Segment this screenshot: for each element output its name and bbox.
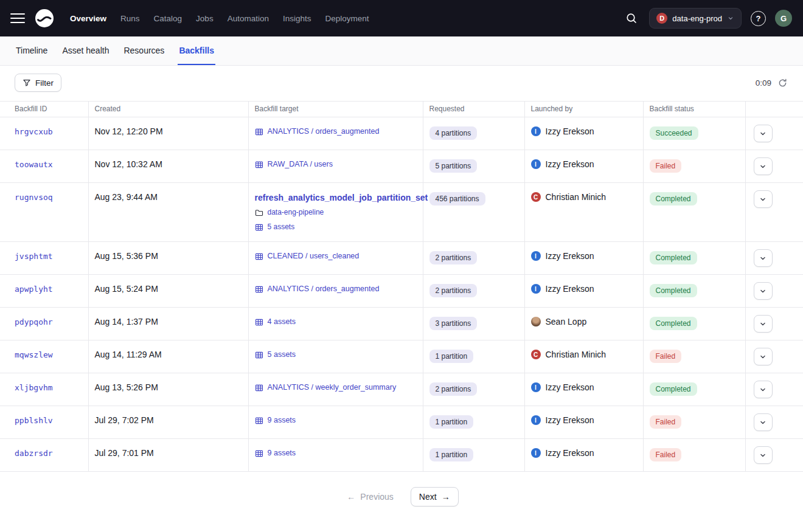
row-actions-menu-button[interactable] — [754, 381, 773, 398]
nav-item-insights[interactable]: Insights — [277, 10, 317, 27]
launched-by-cell: IIzzy Erekson — [524, 117, 643, 150]
backfill-row-toowautx: toowautxNov 12, 10:32 AMRAW_DATA / users… — [0, 150, 803, 183]
backfill-target-job-link[interactable]: refresh_analytics_model_job_partition_se… — [255, 192, 417, 203]
created-cell: Aug 15, 5:24 PM — [88, 275, 248, 308]
deployment-switcher[interactable]: D data-eng-prod — [649, 8, 742, 29]
backfill-id-cell: dabzrsdr — [0, 439, 88, 472]
row-actions-menu-button[interactable] — [754, 125, 773, 142]
previous-page-button[interactable]: ← Previous — [344, 488, 395, 505]
target-line: 9 assets — [255, 448, 417, 458]
requested-cell: 3 partitions — [423, 308, 524, 340]
row-actions-menu-button[interactable] — [754, 282, 773, 300]
tab-backfills[interactable]: Backfills — [178, 36, 215, 65]
user-avatar: I — [531, 159, 541, 169]
backfill-id-link[interactable]: pdypqohr — [15, 317, 53, 326]
backfill-target-cell: 9 assets — [248, 406, 423, 439]
requested-partitions-badge: 2 partitions — [429, 284, 478, 297]
backfill-target-link[interactable]: 5 assets — [268, 222, 295, 232]
nav-item-deployment[interactable]: Deployment — [319, 10, 374, 27]
table-icon — [255, 223, 263, 232]
backfill-target-link[interactable]: 5 assets — [268, 350, 296, 360]
pagination: ← Previous Next → — [0, 472, 803, 532]
backfill-target-link[interactable]: ANALYTICS / weekly_order_summary — [268, 382, 397, 393]
column-header-created: Created — [88, 102, 248, 117]
backfill-id-link[interactable]: rugnvsoq — [15, 193, 53, 202]
row-actions-menu-button[interactable] — [754, 348, 773, 365]
backfill-row-rugnvsoq: rugnvsoqAug 23, 9:44 AMrefresh_analytics… — [0, 183, 803, 242]
backfill-id-link[interactable]: ppblshlv — [15, 416, 53, 425]
nav-item-jobs[interactable]: Jobs — [190, 10, 219, 27]
backfill-status-badge: Failed — [650, 350, 682, 363]
user-avatar — [531, 317, 541, 326]
backfill-id-link[interactable]: dabzrsdr — [15, 449, 53, 458]
launched-by-cell: IIzzy Erekson — [524, 150, 643, 183]
backfill-row-dabzrsdr: dabzrsdrJul 29, 7:01 PM9 assets1 partiti… — [0, 439, 803, 472]
table-icon — [255, 416, 263, 425]
row-actions-menu-button[interactable] — [754, 190, 773, 208]
launched-by: IIzzy Erekson — [531, 159, 637, 169]
launched-by: CChristian Minich — [531, 192, 637, 202]
backfill-id-link[interactable]: hrgvcxub — [15, 127, 53, 136]
backfill-target-link[interactable]: data-eng-pipeline — [268, 207, 324, 218]
user-avatar-button[interactable]: G — [775, 10, 792, 27]
backfill-id-cell: jvsphtmt — [0, 242, 88, 275]
nav-item-overview[interactable]: Overview — [64, 10, 112, 27]
backfill-target-link[interactable]: RAW_DATA / users — [268, 159, 333, 170]
menu-icon[interactable] — [10, 12, 26, 24]
question-glyph: ? — [756, 14, 761, 23]
backfill-id-link[interactable]: xljbgvhm — [15, 383, 53, 392]
nav-item-catalog[interactable]: Catalog — [148, 10, 188, 27]
backfill-id-cell: rugnvsoq — [0, 183, 88, 242]
requested-cell: 1 partition — [423, 406, 524, 439]
backfill-row-jvsphtmt: jvsphtmtAug 15, 5:36 PMCLEANED / users_c… — [0, 242, 803, 275]
next-page-button[interactable]: Next → — [411, 487, 459, 506]
tab-asset-health[interactable]: Asset health — [61, 36, 110, 65]
nav-item-runs[interactable]: Runs — [115, 10, 145, 27]
row-actions-cell — [745, 439, 803, 472]
row-actions-menu-button[interactable] — [754, 315, 773, 333]
user-name: Izzy Erekson — [546, 382, 594, 392]
backfill-target-link[interactable]: 9 assets — [268, 448, 296, 458]
user-name: Christian Minich — [546, 192, 607, 202]
backfill-target-link[interactable]: CLEANED / users_cleaned — [268, 251, 360, 261]
tab-timeline[interactable]: Timeline — [15, 36, 49, 65]
nav-item-automation[interactable]: Automation — [222, 10, 274, 27]
search-icon[interactable] — [623, 10, 640, 27]
backfill-status-cell: Completed — [643, 308, 745, 340]
backfill-target-cell: ANALYTICS / orders_augmented — [248, 275, 423, 308]
column-header-launched-by: Launched by — [524, 102, 643, 117]
backfill-id-link[interactable]: mqwszlew — [15, 350, 53, 359]
backfill-status-cell: Completed — [643, 183, 745, 242]
help-icon[interactable]: ? — [751, 11, 766, 26]
backfill-id-link[interactable]: toowautx — [15, 160, 53, 169]
backfill-target-link[interactable]: ANALYTICS / orders_augmented — [268, 126, 380, 137]
backfill-row-ppblshlv: ppblshlvJul 29, 7:02 PM9 assets1 partiti… — [0, 406, 803, 439]
user-avatar: I — [531, 415, 541, 425]
row-actions-menu-button[interactable] — [754, 446, 773, 464]
table-icon — [255, 252, 263, 261]
refresh-icon[interactable] — [777, 77, 788, 89]
backfill-status-badge: Completed — [650, 284, 697, 297]
chevron-down-icon — [727, 15, 734, 22]
backfill-id-link[interactable]: jvsphtmt — [15, 252, 53, 261]
backfill-id-cell: ppblshlv — [0, 406, 88, 439]
row-actions-menu-button[interactable] — [754, 413, 773, 431]
requested-cell: 2 partitions — [423, 373, 524, 406]
backfill-target-link[interactable]: ANALYTICS / orders_augmented — [268, 284, 380, 294]
row-actions-cell — [745, 275, 803, 308]
backfill-status-cell: Completed — [643, 373, 745, 406]
filter-label: Filter — [35, 78, 54, 88]
backfill-row-xljbgvhm: xljbgvhmAug 13, 5:26 PMANALYTICS / weekl… — [0, 373, 803, 406]
tab-resources[interactable]: Resources — [122, 36, 165, 65]
row-actions-menu-button[interactable] — [754, 249, 773, 267]
row-actions-menu-button[interactable] — [754, 157, 773, 175]
row-actions-cell — [745, 340, 803, 373]
created-cell: Aug 14, 1:37 PM — [88, 308, 248, 340]
backfill-id-link[interactable]: apwplyht — [15, 285, 53, 294]
requested-cell: 2 partitions — [423, 275, 524, 308]
backfill-target-link[interactable]: 4 assets — [268, 317, 296, 327]
filter-button[interactable]: Filter — [15, 74, 61, 92]
launched-by-cell: IIzzy Erekson — [524, 373, 643, 406]
backfill-target-link[interactable]: 9 assets — [268, 415, 296, 426]
launched-by-cell: IIzzy Erekson — [524, 439, 643, 472]
